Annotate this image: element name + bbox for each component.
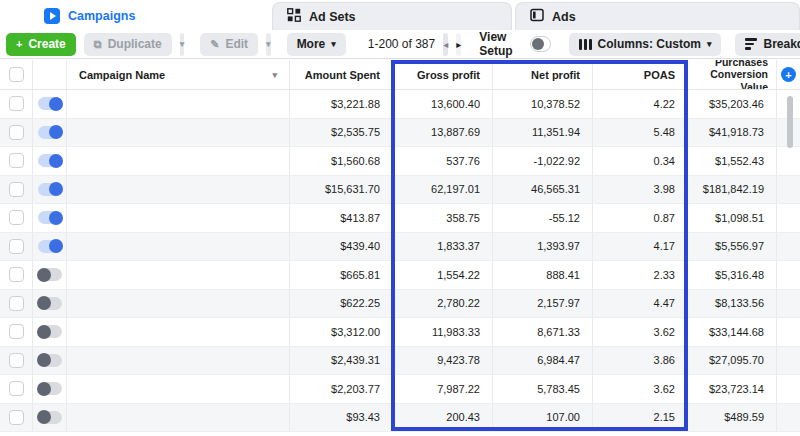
row-select-cell — [0, 176, 33, 204]
row-checkbox[interactable] — [9, 381, 24, 396]
campaign-name-cell[interactable] — [67, 261, 290, 289]
vertical-scrollbar[interactable] — [787, 96, 793, 148]
create-button-label: Create — [28, 37, 65, 51]
purchases-conversion-value-header[interactable]: Purchases Conversion Value — [688, 60, 777, 89]
campaign-name-cell[interactable] — [67, 318, 290, 346]
chevron-down-icon: ▾ — [331, 39, 336, 49]
campaign-name-header[interactable]: Campaign Name ▾ — [67, 60, 290, 89]
create-button[interactable]: + Create — [6, 33, 76, 56]
select-all-checkbox[interactable] — [9, 67, 24, 82]
sort-caret-icon: ▾ — [272, 70, 277, 80]
row-checkbox[interactable] — [9, 153, 24, 168]
amount-spent-cell: $93.43 — [290, 404, 393, 432]
gross-profit-header-label: Gross profit — [417, 69, 480, 81]
status-toggle[interactable] — [38, 154, 62, 167]
more-button[interactable]: More ▾ — [287, 33, 346, 56]
table-row: $2,439.31 9,423.78 6,984.47 3.86 $27,095… — [0, 347, 800, 376]
row-select-cell — [0, 318, 33, 346]
net-profit-cell: 107.00 — [493, 404, 593, 432]
gross-profit-header[interactable]: Gross profit — [393, 60, 493, 89]
net-profit-header[interactable]: Net profit — [493, 60, 593, 89]
status-toggle[interactable] — [38, 268, 62, 281]
status-toggle[interactable] — [38, 126, 62, 139]
campaign-name-cell[interactable] — [67, 347, 290, 375]
row-toggle-cell — [33, 375, 67, 403]
row-spacer-cell — [777, 375, 800, 403]
breakdown-button[interactable]: Breakdown ▾ — [735, 33, 800, 56]
row-select-cell — [0, 404, 33, 432]
campaign-name-cell[interactable] — [67, 290, 290, 318]
add-column-icon[interactable]: + — [781, 67, 796, 82]
amount-spent-header[interactable]: Amount Spent — [290, 60, 393, 89]
campaign-name-cell[interactable] — [67, 147, 290, 175]
row-checkbox[interactable] — [9, 267, 24, 282]
row-select-cell — [0, 233, 33, 261]
row-spacer-cell — [777, 204, 800, 232]
campaign-name-cell[interactable] — [67, 176, 290, 204]
purchases-conversion-value-cell: $5,556.97 — [688, 233, 777, 261]
status-toggle[interactable] — [38, 354, 62, 367]
campaign-name-cell[interactable] — [67, 119, 290, 147]
duplicate-options-button[interactable]: ▾ — [180, 33, 185, 56]
next-page-button[interactable]: ▸ — [456, 33, 461, 56]
row-checkbox[interactable] — [9, 296, 24, 311]
edit-options-button[interactable]: ▾ — [266, 33, 271, 56]
poas-cell: 4.47 — [593, 290, 688, 318]
tab-ad-sets-label: Ad Sets — [309, 10, 356, 24]
table-row: $93.43 200.43 107.00 2.15 $489.59 — [0, 404, 800, 433]
amount-spent-cell: $622.25 — [290, 290, 393, 318]
view-setup-toggle[interactable] — [530, 36, 551, 52]
net-profit-cell: 46,565.31 — [493, 176, 593, 204]
status-toggle[interactable] — [38, 297, 62, 310]
row-toggle-cell — [33, 290, 67, 318]
row-spacer-cell — [777, 404, 800, 432]
row-checkbox[interactable] — [9, 239, 24, 254]
edit-button[interactable]: ✎ Edit — [200, 33, 258, 56]
duplicate-button[interactable]: ⧉ Duplicate — [84, 33, 172, 56]
toggle-knob — [49, 125, 63, 139]
chevron-down-icon: ▾ — [180, 39, 185, 49]
row-spacer-cell — [777, 347, 800, 375]
poas-cell: 0.87 — [593, 204, 688, 232]
row-checkbox[interactable] — [9, 410, 24, 425]
poas-header[interactable]: POAS — [593, 60, 688, 89]
gross-profit-cell: 7,987.22 — [393, 375, 493, 403]
campaign-name-cell[interactable] — [67, 375, 290, 403]
purchases-conversion-value-header-label: Purchases Conversion Value — [694, 60, 768, 89]
row-checkbox[interactable] — [9, 210, 24, 225]
columns-icon — [579, 39, 592, 50]
campaign-name-cell[interactable] — [67, 90, 290, 118]
row-checkbox[interactable] — [9, 96, 24, 111]
purchases-conversion-value-cell: $181,842.19 — [688, 176, 777, 204]
toggle-knob — [37, 353, 51, 367]
toolbar: + Create ⧉ Duplicate ▾ ✎ Edit ▾ More ▾ 1… — [0, 30, 800, 59]
status-toggle[interactable] — [38, 411, 62, 424]
row-checkbox[interactable] — [9, 353, 24, 368]
campaign-name-cell[interactable] — [67, 204, 290, 232]
net-profit-cell: 11,351.94 — [493, 119, 593, 147]
tab-ad-sets[interactable]: Ad Sets — [272, 2, 512, 30]
row-checkbox[interactable] — [9, 182, 24, 197]
status-toggle[interactable] — [38, 97, 62, 110]
row-toggle-cell — [33, 119, 67, 147]
columns-button[interactable]: Columns: Custom ▾ — [569, 33, 722, 56]
row-toggle-cell — [33, 90, 67, 118]
status-toggle[interactable] — [38, 382, 62, 395]
previous-page-button[interactable]: ◂ — [443, 33, 448, 56]
row-checkbox[interactable] — [9, 125, 24, 140]
row-select-cell — [0, 290, 33, 318]
status-toggle[interactable] — [38, 240, 62, 253]
campaign-name-cell[interactable] — [67, 404, 290, 432]
tab-campaigns[interactable]: Campaigns — [30, 2, 230, 30]
net-profit-cell: 5,783.45 — [493, 375, 593, 403]
ad-sets-grid-icon — [287, 8, 301, 25]
status-toggle[interactable] — [38, 211, 62, 224]
tab-ads[interactable]: Ads — [515, 2, 800, 30]
row-select-cell — [0, 347, 33, 375]
status-toggle[interactable] — [38, 183, 62, 196]
purchases-conversion-value-cell: $41,918.73 — [688, 119, 777, 147]
row-select-cell — [0, 119, 33, 147]
status-toggle[interactable] — [38, 325, 62, 338]
campaign-name-cell[interactable] — [67, 233, 290, 261]
row-checkbox[interactable] — [9, 324, 24, 339]
